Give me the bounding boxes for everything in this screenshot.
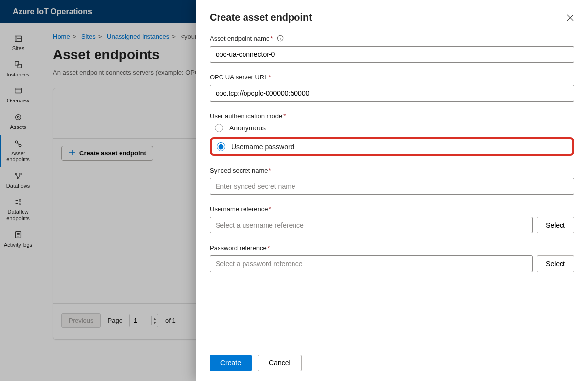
password-ref-select-button[interactable]: Select (537, 255, 574, 272)
create-button[interactable]: Create (210, 355, 252, 371)
close-button[interactable] (564, 11, 577, 25)
auth-anonymous-option[interactable]: Anonymous (215, 124, 574, 132)
server-url-input[interactable] (210, 85, 574, 102)
auth-anonymous-radio[interactable] (215, 124, 223, 132)
modal-overlay: Create asset endpoint Asset endpoint nam… (0, 0, 588, 381)
panel-footer: Create Cancel (210, 347, 574, 381)
field-auth-mode: User authentication mode* Anonymous User… (210, 112, 574, 156)
auth-userpass-option[interactable]: Username password (217, 142, 294, 151)
panel-title: Create asset endpoint (210, 12, 574, 23)
username-ref-select-button[interactable]: Select (537, 217, 574, 233)
password-ref-label: Password reference* (210, 244, 574, 252)
secret-name-label: Synced secret name* (210, 167, 574, 174)
endpoint-name-label: Asset endpoint name* (210, 35, 574, 42)
username-ref-label: Username reference* (210, 205, 574, 213)
auth-userpass-radio[interactable] (217, 142, 225, 151)
field-endpoint-name: Asset endpoint name* (210, 35, 574, 63)
secret-name-input[interactable] (210, 178, 574, 195)
field-username-ref: Username reference* Select (210, 205, 574, 233)
close-icon (566, 14, 574, 22)
server-url-label: OPC UA server URL* (210, 74, 574, 81)
auth-userpass-label: Username password (231, 143, 294, 151)
field-server-url: OPC UA server URL* (210, 74, 574, 102)
auth-mode-label: User authentication mode* (210, 112, 574, 120)
info-icon[interactable] (277, 35, 284, 42)
field-secret-name: Synced secret name* (210, 167, 574, 195)
password-ref-input[interactable] (210, 255, 533, 272)
endpoint-name-input[interactable] (210, 46, 574, 63)
field-password-ref: Password reference* Select (210, 244, 574, 272)
username-ref-input[interactable] (210, 217, 533, 233)
create-endpoint-panel: Create asset endpoint Asset endpoint nam… (196, 0, 588, 381)
auth-anonymous-label: Anonymous (229, 124, 266, 132)
cancel-button[interactable]: Cancel (258, 355, 302, 371)
auth-highlight: Username password (210, 137, 574, 156)
